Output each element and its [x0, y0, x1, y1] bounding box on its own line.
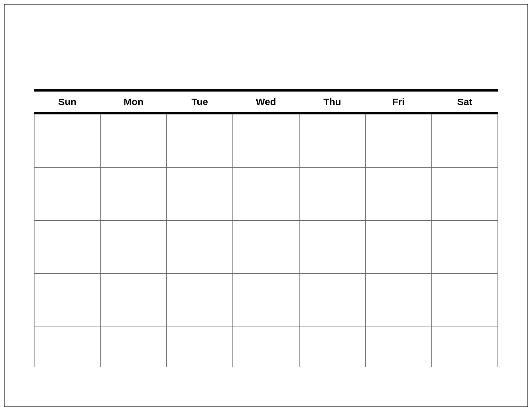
calendar-cell[interactable]	[233, 167, 299, 220]
calendar-cell[interactable]	[299, 274, 365, 327]
calendar-cell[interactable]	[100, 114, 166, 167]
day-header-sat: Sat	[432, 92, 498, 112]
calendar-cell[interactable]	[34, 274, 100, 327]
calendar-cell[interactable]	[299, 327, 365, 367]
calendar-cell[interactable]	[432, 327, 498, 367]
calendar-row	[34, 167, 498, 220]
calendar-cell[interactable]	[432, 167, 498, 220]
calendar-cell[interactable]	[233, 114, 299, 167]
calendar-cell[interactable]	[365, 220, 431, 274]
calendar-grid	[34, 114, 498, 367]
calendar-cell[interactable]	[167, 274, 233, 327]
calendar-cell[interactable]	[34, 327, 100, 367]
calendar-row	[34, 220, 498, 274]
day-header-fri: Fri	[365, 92, 431, 112]
calendar-cell[interactable]	[365, 327, 431, 367]
calendar-cell[interactable]	[299, 167, 365, 220]
calendar-row	[34, 114, 498, 167]
calendar-row	[34, 274, 498, 327]
calendar-cell[interactable]	[167, 327, 233, 367]
calendar: Sun Mon Tue Wed Thu Fri Sat	[34, 89, 498, 367]
day-header-mon: Mon	[100, 92, 166, 112]
calendar-cell[interactable]	[432, 220, 498, 274]
calendar-cell[interactable]	[233, 274, 299, 327]
calendar-cell[interactable]	[365, 274, 431, 327]
calendar-cell[interactable]	[167, 220, 233, 274]
calendar-cell[interactable]	[34, 167, 100, 220]
calendar-row	[34, 327, 498, 367]
page-frame: Sun Mon Tue Wed Thu Fri Sat	[4, 4, 528, 407]
calendar-cell[interactable]	[100, 220, 166, 274]
calendar-cell[interactable]	[365, 114, 431, 167]
calendar-cell[interactable]	[233, 220, 299, 274]
calendar-cell[interactable]	[167, 167, 233, 220]
calendar-cell[interactable]	[100, 167, 166, 220]
calendar-cell[interactable]	[34, 220, 100, 274]
calendar-cell[interactable]	[233, 327, 299, 367]
calendar-cell[interactable]	[100, 327, 166, 367]
calendar-cell[interactable]	[365, 167, 431, 220]
day-header-sun: Sun	[34, 92, 100, 112]
calendar-cell[interactable]	[299, 114, 365, 167]
day-header-thu: Thu	[299, 92, 365, 112]
calendar-header-row: Sun Mon Tue Wed Thu Fri Sat	[34, 92, 498, 114]
calendar-cell[interactable]	[34, 114, 100, 167]
day-header-wed: Wed	[233, 92, 299, 112]
calendar-cell[interactable]	[432, 274, 498, 327]
calendar-top-rule	[34, 89, 498, 92]
day-header-tue: Tue	[167, 92, 233, 112]
calendar-cell[interactable]	[100, 274, 166, 327]
calendar-cell[interactable]	[432, 114, 498, 167]
calendar-cell[interactable]	[299, 220, 365, 274]
calendar-cell[interactable]	[167, 114, 233, 167]
